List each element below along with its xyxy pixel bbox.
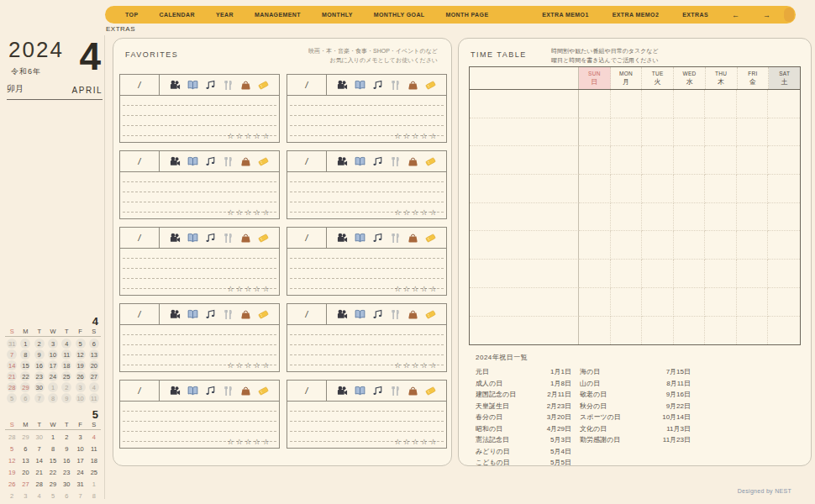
slot-note-line[interactable] [290,259,444,269]
timetable-cell[interactable] [768,203,800,232]
timetable-cell[interactable] [642,90,674,118]
day-cell[interactable]: 7 [33,444,46,454]
timetable-cell[interactable] [737,317,769,345]
day-cell[interactable]: 13 [18,455,32,466]
timetable-cell[interactable] [768,175,800,203]
day-cell[interactable]: 31 [5,339,18,349]
day-cell[interactable]: 23 [33,371,46,381]
timetable-cell[interactable] [737,175,769,203]
day-cell[interactable]: 25 [87,467,101,478]
day-cell[interactable]: 7 [73,491,87,501]
slot-note-line[interactable] [290,335,444,345]
slot-notes-area[interactable]: ☆☆☆☆☆ [290,172,444,218]
timetable-cell[interactable] [768,90,800,118]
slot-date-cell[interactable]: / [120,75,160,95]
timetable-cell[interactable] [579,175,611,203]
slot-note-line[interactable] [290,345,444,355]
day-cell[interactable]: 8 [87,491,101,501]
slot-note-line[interactable] [290,192,444,202]
day-cell[interactable]: 19 [73,360,87,370]
day-cell[interactable]: 5 [73,339,87,349]
day-cell[interactable]: 14 [33,455,46,466]
nav-item-calendar[interactable]: CALENDAR [159,12,194,18]
timetable-cell[interactable] [768,317,800,345]
timetable-cell[interactable] [579,231,611,260]
day-cell[interactable]: 19 [5,467,18,478]
day-cell[interactable]: 6 [60,491,73,501]
nav-item-top[interactable]: TOP [125,12,138,18]
nav-item-extras[interactable]: EXTRAS [682,12,708,18]
slot-note-line[interactable] [123,172,276,182]
timetable-cell[interactable] [611,90,643,118]
day-cell[interactable]: 4 [60,339,73,349]
timetable-cell[interactable] [642,203,674,232]
timetable-cell[interactable] [611,203,643,232]
day-cell[interactable]: 22 [18,371,32,381]
day-cell[interactable]: 1 [18,339,32,349]
day-cell[interactable]: 3 [73,382,87,392]
day-cell[interactable]: 12 [73,349,87,360]
timetable-cell[interactable] [611,260,643,288]
timetable-cell[interactable] [705,231,737,260]
timetable-cell[interactable] [470,260,579,288]
day-cell[interactable]: 4 [87,382,101,392]
nav-next-arrow-icon[interactable]: → [763,11,770,19]
day-cell[interactable]: 4 [33,491,46,501]
day-cell[interactable]: 5 [5,393,18,403]
slot-note-line[interactable] [123,106,276,116]
timetable-cell[interactable] [705,175,737,203]
slot-note-line[interactable] [123,412,276,422]
slot-note-line[interactable] [123,422,276,432]
timetable-cell[interactable] [611,146,643,175]
day-cell[interactable]: 10 [73,393,87,403]
slot-notes-area[interactable]: ☆☆☆☆☆ [290,325,444,371]
timetable-cell[interactable] [470,288,579,317]
timetable-cell[interactable] [642,317,674,345]
timetable-cell[interactable] [768,231,800,260]
timetable-cell[interactable] [579,203,611,232]
timetable-cell[interactable] [737,118,769,147]
day-cell[interactable]: 1 [46,432,60,443]
day-cell[interactable]: 11 [87,444,101,454]
timetable-cell[interactable] [579,288,611,317]
slot-note-line[interactable] [123,249,276,259]
timetable-cell[interactable] [611,118,643,147]
timetable-cell[interactable] [470,231,579,260]
slot-notes-area[interactable]: ☆☆☆☆☆ [123,172,276,218]
timetable-cell[interactable] [642,118,674,147]
day-cell[interactable]: 7 [5,349,18,360]
slot-rating[interactable]: ☆☆☆☆☆ [394,438,439,446]
timetable-cell[interactable] [737,203,769,232]
day-cell[interactable]: 30 [33,432,46,443]
timetable-cell[interactable] [768,118,800,147]
slot-rating[interactable]: ☆☆☆☆☆ [227,438,271,446]
day-cell[interactable]: 25 [60,371,73,381]
slot-date-cell[interactable]: / [120,151,160,171]
timetable-cell[interactable] [705,118,737,147]
slot-rating[interactable]: ☆☆☆☆☆ [227,361,271,370]
slot-date-cell[interactable]: / [287,75,327,95]
day-cell[interactable]: 9 [60,393,73,403]
slot-rating[interactable]: ☆☆☆☆☆ [227,285,271,293]
day-cell[interactable]: 2 [33,339,46,349]
slot-notes-area[interactable]: ☆☆☆☆☆ [290,249,444,295]
timetable-cell[interactable] [579,260,611,288]
slot-notes-area[interactable]: ☆☆☆☆☆ [123,96,276,142]
day-cell[interactable]: 2 [60,432,73,443]
timetable-cell[interactable] [642,146,674,175]
timetable-cell[interactable] [768,260,800,288]
nav-item-management[interactable]: MANAGEMENT [255,12,301,18]
timetable-cell[interactable] [705,90,737,118]
day-cell[interactable]: 18 [87,455,101,466]
day-cell[interactable]: 6 [18,444,32,454]
slot-notes-area[interactable]: ☆☆☆☆☆ [123,325,276,371]
timetable-cell[interactable] [737,260,769,288]
day-cell[interactable]: 16 [33,360,46,370]
timetable-cell[interactable] [737,90,769,118]
timetable-cell[interactable] [579,317,611,345]
day-cell[interactable]: 9 [60,444,73,454]
timetable-cell[interactable] [674,260,706,288]
day-cell[interactable]: 20 [18,467,32,478]
day-cell[interactable]: 28 [5,432,18,443]
slot-rating[interactable]: ☆☆☆☆☆ [394,361,439,370]
